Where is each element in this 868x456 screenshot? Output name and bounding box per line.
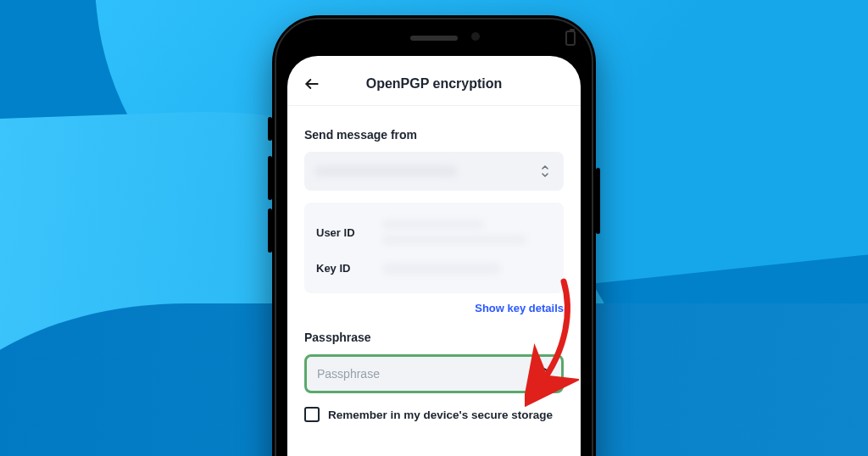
- back-button[interactable]: [303, 75, 321, 93]
- phone-front-camera: [471, 32, 480, 41]
- passphrase-input[interactable]: [317, 367, 532, 381]
- passphrase-field-highlight: [304, 354, 564, 393]
- send-from-select[interactable]: [304, 152, 564, 191]
- screen: OpenPGP encryption Send message from Use…: [287, 56, 581, 456]
- stage: OpenPGP encryption Send message from Use…: [0, 0, 868, 456]
- eye-icon: [532, 364, 551, 383]
- key-id-label: Key ID: [316, 262, 382, 275]
- remember-row: Remember in my device's secure storage: [304, 407, 564, 422]
- phone-earpiece: [410, 36, 458, 41]
- toggle-visibility-button[interactable]: [532, 364, 551, 383]
- content: Send message from User ID: [287, 106, 581, 439]
- phone-side-button: [268, 117, 272, 141]
- redacted-text: [314, 165, 458, 177]
- key-id-value: [382, 263, 552, 275]
- phone-side-button: [268, 156, 272, 200]
- svg-point-1: [539, 371, 544, 376]
- arrow-left-icon: [303, 75, 320, 92]
- page-title: OpenPGP encryption: [321, 76, 565, 92]
- redacted-text: [382, 235, 526, 245]
- phone-side-button: [268, 209, 272, 253]
- chevron-up-down-icon: [540, 164, 554, 179]
- show-key-details-link[interactable]: Show key details: [475, 302, 564, 314]
- show-key-details-row: Show key details: [304, 300, 564, 315]
- passphrase-field-wrap: [304, 354, 564, 393]
- remember-label: Remember in my device's secure storage: [328, 409, 553, 421]
- phone-side-button: [596, 168, 600, 234]
- key-id-row: Key ID: [314, 253, 554, 283]
- remember-checkbox[interactable]: [304, 407, 320, 422]
- user-id-row: User ID: [314, 211, 554, 253]
- passphrase-label: Passphrase: [304, 331, 564, 344]
- send-from-label: Send message from: [304, 128, 564, 142]
- phone-frame: OpenPGP encryption Send message from Use…: [272, 15, 596, 456]
- battery-icon: [565, 31, 576, 46]
- header: OpenPGP encryption: [287, 56, 581, 105]
- redacted-text: [382, 263, 501, 275]
- identity-card: User ID Key ID: [304, 203, 564, 293]
- user-id-label: User ID: [316, 226, 382, 239]
- redacted-text: [382, 220, 484, 230]
- user-id-value: [382, 220, 552, 245]
